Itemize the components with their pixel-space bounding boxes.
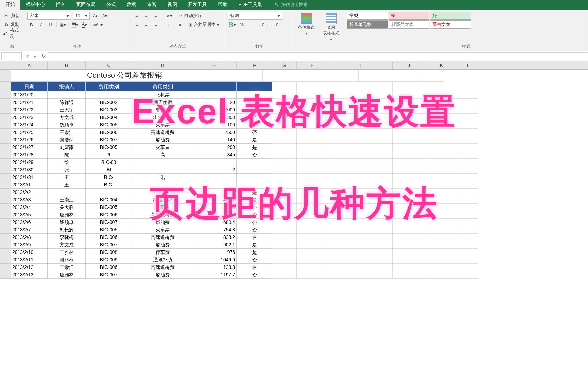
cell[interactable] — [272, 256, 297, 264]
table-header[interactable]: 日期 — [11, 82, 48, 91]
increase-font-button[interactable]: A▴ — [91, 12, 99, 20]
cell[interactable] — [458, 241, 478, 249]
cell[interactable] — [458, 271, 478, 279]
cell[interactable] — [458, 151, 478, 159]
row-header[interactable] — [0, 219, 11, 226]
cell[interactable]: BIC-007 — [86, 241, 132, 249]
cell[interactable] — [329, 136, 393, 144]
cell[interactable]: 王崇江 — [48, 196, 86, 204]
cell[interactable]: 王雅林 — [48, 249, 86, 256]
cell[interactable]: 燃油费 — [132, 241, 193, 249]
cell[interactable]: 2013/2/11 — [11, 256, 48, 264]
cell[interactable] — [425, 91, 458, 99]
cell[interactable] — [425, 99, 458, 106]
cell[interactable] — [425, 114, 458, 121]
align-bottom-button[interactable]: ≡ — [152, 12, 160, 20]
cell[interactable]: 钱顺卓 — [48, 121, 86, 129]
cell[interactable]: 680.4 — [193, 219, 237, 226]
cell[interactable] — [458, 121, 478, 129]
cell[interactable]: 2013/1/25 — [11, 129, 48, 136]
cell[interactable]: 1049.9 — [193, 256, 237, 264]
cell-style-好[interactable]: 好 — [430, 12, 471, 20]
cell[interactable] — [297, 234, 329, 241]
cell[interactable] — [297, 204, 329, 211]
cell[interactable] — [425, 234, 458, 241]
cell[interactable] — [458, 211, 478, 219]
border-button[interactable]: ▦▾ — [59, 20, 67, 29]
cell[interactable] — [458, 136, 478, 144]
cell[interactable] — [297, 241, 329, 249]
cell[interactable] — [297, 196, 329, 204]
number-format-select[interactable]: 特殊▾ — [228, 12, 282, 20]
cell[interactable] — [329, 129, 393, 136]
cell[interactable] — [458, 204, 478, 211]
cell[interactable] — [393, 129, 425, 136]
cell[interactable] — [272, 226, 297, 234]
cell[interactable] — [458, 159, 478, 166]
cell[interactable] — [393, 226, 425, 234]
cell[interactable] — [295, 70, 359, 82]
cell[interactable] — [272, 211, 297, 219]
cell[interactable]: 王 — [48, 174, 86, 181]
cell[interactable] — [393, 151, 425, 159]
cell[interactable] — [297, 121, 329, 129]
cell[interactable]: 6 — [86, 151, 132, 159]
cell[interactable] — [425, 82, 458, 91]
cell[interactable] — [393, 99, 425, 106]
cell[interactable]: 火车票 — [132, 121, 193, 129]
cell-style-常规[interactable]: 常规 — [347, 12, 388, 20]
cell[interactable] — [329, 264, 393, 271]
cell[interactable]: 方文成 — [48, 114, 86, 121]
cell[interactable] — [425, 219, 458, 226]
cell[interactable]: 讯 — [132, 174, 193, 181]
cancel-formula-icon[interactable]: ✕ — [23, 52, 31, 60]
cell[interactable] — [329, 121, 393, 129]
row-header[interactable] — [0, 264, 11, 271]
cell[interactable] — [237, 166, 272, 174]
cell[interactable] — [425, 181, 458, 189]
cell[interactable]: BIC-009 — [86, 256, 132, 264]
cell[interactable] — [393, 174, 425, 181]
cell[interactable] — [425, 144, 458, 151]
tab-帮助[interactable]: 帮助 — [212, 0, 233, 10]
row-header[interactable] — [0, 234, 11, 241]
cell[interactable]: 否 — [237, 234, 272, 241]
row-header[interactable] — [0, 181, 11, 189]
cell[interactable]: 100 — [193, 121, 237, 129]
cell[interactable]: BIC- — [86, 174, 132, 181]
cell[interactable]: BIC- — [86, 181, 132, 189]
cell[interactable] — [297, 136, 329, 144]
conditional-format-button[interactable]: 条件格式▾ — [296, 12, 316, 36]
cell[interactable]: 王天宇 — [48, 106, 86, 114]
cell[interactable]: BIC-004 — [86, 114, 132, 121]
cell[interactable]: 黎浩然 — [48, 136, 86, 144]
cell[interactable]: 高 — [132, 151, 193, 159]
cell[interactable]: 902.1 — [193, 241, 237, 249]
cell[interactable] — [297, 106, 329, 114]
cell[interactable]: 餐饮费 — [132, 106, 193, 114]
cell[interactable]: 出租车费 — [132, 114, 193, 121]
cell[interactable] — [237, 91, 272, 99]
cell[interactable]: 140 — [193, 136, 237, 144]
col-header[interactable]: J — [393, 61, 425, 69]
cell[interactable] — [297, 219, 329, 226]
cell[interactable] — [272, 174, 297, 181]
font-size-select[interactable]: 10▾ — [73, 12, 90, 20]
cell[interactable]: 通讯补助 — [132, 256, 193, 264]
font-color-button[interactable]: A▾ — [80, 20, 88, 29]
cell[interactable] — [329, 256, 393, 264]
cell[interactable] — [329, 204, 393, 211]
cell[interactable] — [329, 234, 393, 241]
table-header[interactable]: 报销人 — [48, 82, 86, 91]
cell[interactable] — [272, 106, 297, 114]
cell[interactable] — [297, 189, 329, 196]
cell[interactable]: BIC-007 — [86, 136, 132, 144]
row-header[interactable] — [0, 91, 11, 99]
cell[interactable]: 否 — [237, 226, 272, 234]
tab-插入[interactable]: 插入 — [50, 0, 71, 10]
cell[interactable]: 345 — [193, 151, 237, 159]
cell[interactable]: 王崇江 — [48, 264, 86, 271]
cell[interactable] — [329, 219, 393, 226]
cell[interactable]: BIC-003 — [86, 106, 132, 114]
cell[interactable] — [393, 219, 425, 226]
